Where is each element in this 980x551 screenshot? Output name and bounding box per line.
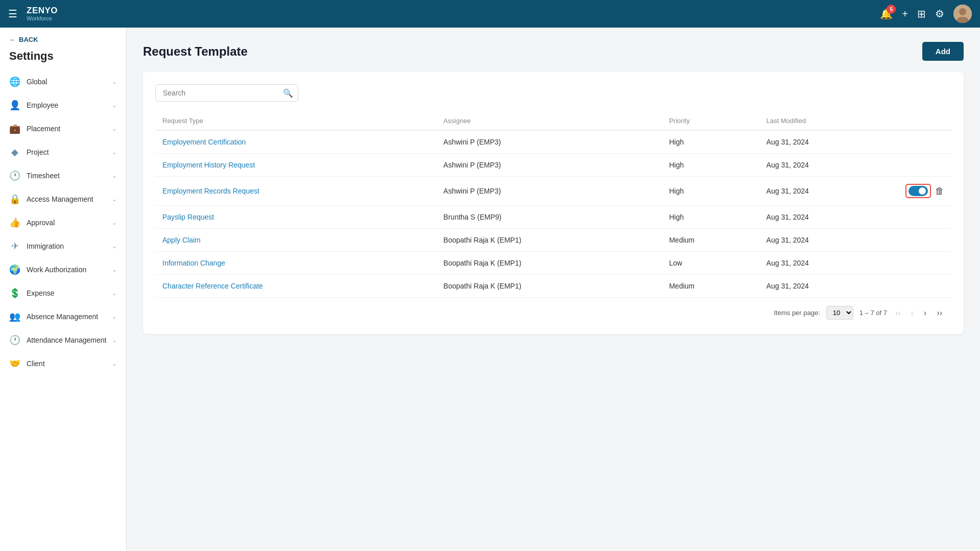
sidebar-item-timesheet[interactable]: 🕐 Timesheet ⌄ — [0, 164, 126, 187]
last-modified-cell: Aug 31, 2024 — [759, 206, 898, 229]
logo-subtext: Workforce — [27, 15, 52, 21]
search-input[interactable] — [155, 84, 298, 102]
sidebar-item-client[interactable]: 🤝 Client ⌄ — [0, 352, 126, 375]
chevron-down-icon: ⌄ — [112, 102, 117, 109]
table-row: Employment Records RequestAshwini P (EMP… — [155, 177, 951, 206]
menu-icon[interactable]: ☰ — [8, 8, 17, 20]
items-per-page-select[interactable]: 5102050 — [826, 306, 853, 320]
trash-icon: 🗑 — [935, 186, 944, 196]
sidebar-item-global[interactable]: 🌐 Global ⌄ — [0, 70, 126, 93]
sidebar-item-approval[interactable]: 👍 Approval ⌄ — [0, 211, 126, 234]
topnav-actions: 🔔 5 + ⊞ ⚙ — [880, 5, 972, 23]
pagination-next-button[interactable]: › — [922, 307, 928, 319]
priority-cell: High — [662, 154, 759, 177]
actions-cell: 🗑 — [898, 177, 951, 206]
sidebar-item-employee[interactable]: 👤 Employee ⌄ — [0, 93, 126, 117]
back-button[interactable]: ← BACK — [0, 28, 126, 47]
assignee-cell: Ashwini P (EMP3) — [436, 177, 662, 206]
col-header-last_modified: Last Modified — [759, 112, 898, 130]
search-icon-button[interactable]: 🔍 — [283, 88, 293, 98]
request-type-cell[interactable]: Character Reference Certificate — [155, 275, 436, 298]
sidebar-label-absence-management: Absence Management — [27, 313, 98, 321]
priority-cell: High — [662, 130, 759, 154]
page-header: Request Template Add — [143, 42, 964, 61]
chevron-down-icon: ⌄ — [112, 243, 117, 250]
assignee-cell: Boopathi Raja K (EMP1) — [436, 252, 662, 275]
sidebar-item-access-management[interactable]: 🔒 Access Management ⌄ — [0, 187, 126, 211]
table-row: Employement CertificationAshwini P (EMP3… — [155, 130, 951, 154]
col-header-actions — [898, 112, 951, 130]
sidebar-items: 🌐 Global ⌄ 👤 Employee ⌄ 💼 Placement ⌄ ◆ … — [0, 70, 126, 375]
sidebar-item-placement[interactable]: 💼 Placement ⌄ — [0, 117, 126, 140]
settings-button[interactable]: ⚙ — [935, 8, 944, 20]
chevron-down-icon: ⌄ — [112, 196, 117, 203]
sidebar-label-immigration: Immigration — [27, 242, 64, 250]
sidebar-item-project[interactable]: ◆ Project ⌄ — [0, 140, 126, 164]
last-modified-cell: Aug 31, 2024 — [759, 229, 898, 252]
priority-cell: Medium — [662, 229, 759, 252]
sidebar-label-global: Global — [27, 78, 47, 86]
request-type-cell[interactable]: Employment History Request — [155, 154, 436, 177]
actions-cell — [898, 252, 951, 275]
gear-icon: ⚙ — [935, 8, 944, 19]
logo-text: ZENYO — [27, 6, 58, 16]
request-type-cell[interactable]: Apply Claim — [155, 229, 436, 252]
grid-button[interactable]: ⊞ — [917, 8, 926, 20]
request-template-table: Request TypeAssigneePriorityLast Modifie… — [155, 112, 951, 298]
app-logo: ZENYO Workforce — [27, 6, 58, 22]
col-header-assignee: Assignee — [436, 112, 662, 130]
pagination-first-button[interactable]: ‹‹ — [893, 307, 903, 319]
items-per-page-label: Items per page: — [774, 309, 820, 317]
avatar[interactable] — [953, 5, 972, 23]
assignee-cell: Boopathi Raja K (EMP1) — [436, 275, 662, 298]
sidebar-label-attendance-management: Attendance Management — [27, 336, 106, 344]
sidebar-label-access-management: Access Management — [27, 195, 93, 203]
col-header-priority: Priority — [662, 112, 759, 130]
content-card: 🔍 Request TypeAssigneePriorityLast Modif… — [143, 72, 964, 334]
search-icon: 🔍 — [283, 89, 293, 98]
request-type-cell[interactable]: Employment Records Request — [155, 177, 436, 206]
sidebar-icon-project: ◆ — [9, 147, 20, 158]
sidebar-icon-client: 🤝 — [9, 358, 20, 369]
sidebar-item-attendance-management[interactable]: 🕐 Attendance Management ⌄ — [0, 328, 126, 352]
notification-button[interactable]: 🔔 5 — [880, 8, 893, 20]
sidebar-label-employee: Employee — [27, 101, 58, 109]
pagination-prev-button[interactable]: ‹ — [909, 307, 916, 319]
sidebar-icon-access-management: 🔒 — [9, 194, 20, 205]
pagination-last-button[interactable]: ›› — [935, 307, 944, 319]
sidebar-icon-global: 🌐 — [9, 76, 20, 87]
request-type-cell[interactable]: Information Change — [155, 252, 436, 275]
sidebar-item-immigration[interactable]: ✈ Immigration ⌄ — [0, 234, 126, 258]
chevron-down-icon: ⌄ — [112, 125, 117, 132]
assignee-cell: Ashwini P (EMP3) — [436, 154, 662, 177]
sidebar-icon-timesheet: 🕐 — [9, 170, 20, 181]
last-modified-cell: Aug 31, 2024 — [759, 252, 898, 275]
sidebar-label-placement: Placement — [27, 125, 60, 133]
chevron-down-icon: ⌄ — [112, 266, 117, 273]
chevron-down-icon: ⌄ — [112, 219, 117, 226]
request-type-cell[interactable]: Payslip Request — [155, 206, 436, 229]
sidebar-label-approval: Approval — [27, 219, 55, 227]
add-button[interactable]: + — [902, 8, 908, 20]
sidebar-item-expense[interactable]: 💲 Expense ⌄ — [0, 281, 126, 305]
last-modified-cell: Aug 31, 2024 — [759, 177, 898, 206]
chevron-down-icon: ⌄ — [112, 313, 117, 320]
sidebar-label-client: Client — [27, 360, 45, 368]
assignee-cell: Bruntha S (EMP9) — [436, 206, 662, 229]
col-header-request_type: Request Type — [155, 112, 436, 130]
request-type-cell[interactable]: Employement Certification — [155, 130, 436, 154]
toggle-container — [905, 184, 931, 198]
toggle-switch[interactable] — [909, 186, 928, 196]
back-chevron-icon: ← — [9, 36, 16, 43]
actions-cell — [898, 275, 951, 298]
delete-button[interactable]: 🗑 — [935, 186, 944, 197]
sidebar-label-project: Project — [27, 148, 49, 156]
add-button[interactable]: Add — [922, 42, 964, 61]
sidebar-icon-work-authorization: 🌍 — [9, 264, 20, 275]
search-container: 🔍 — [155, 84, 298, 102]
sidebar-icon-employee: 👤 — [9, 100, 20, 111]
sidebar-item-work-authorization[interactable]: 🌍 Work Authorization ⌄ — [0, 258, 126, 281]
sidebar-title: Settings — [0, 47, 126, 70]
sidebar-item-absence-management[interactable]: 👥 Absence Management ⌄ — [0, 305, 126, 328]
chevron-down-icon: ⌄ — [112, 149, 117, 156]
